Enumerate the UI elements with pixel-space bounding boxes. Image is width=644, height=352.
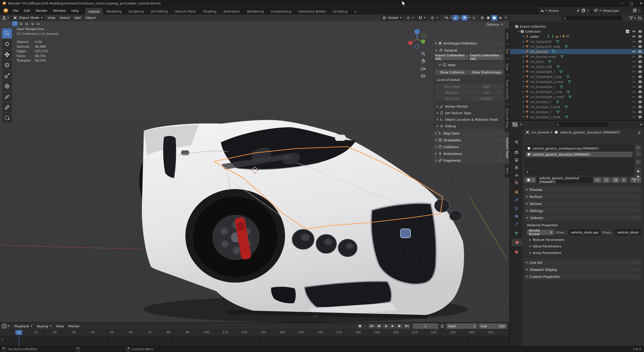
grip-icon[interactable] <box>635 216 639 220</box>
remove-slot-button[interactable]: − <box>635 151 641 157</box>
outliner-row-scene-collection[interactable]: Scene Collection <box>510 24 644 29</box>
material-slot[interactable]: vehicle_generic_doorshut [PRIMARY] <box>526 152 633 157</box>
timeline-menu-view[interactable]: View <box>54 323 66 329</box>
timeline-expand-icon[interactable] <box>2 338 3 340</box>
subpanel-view[interactable]: View <box>437 62 505 68</box>
camera-icon[interactable] <box>638 35 642 38</box>
workspace-tab-uv-editing[interactable]: UV Editing <box>147 8 171 15</box>
editor-type-icon[interactable] <box>2 16 7 20</box>
options-button[interactable]: Options <box>485 22 505 27</box>
panel-animations[interactable]: Animations <box>433 151 505 157</box>
menu-help[interactable]: Help <box>69 7 82 15</box>
properties-tab-particles[interactable] <box>511 205 521 212</box>
grip-icon[interactable] <box>499 41 503 45</box>
panel-surface[interactable]: Surface <box>525 194 641 200</box>
move-slot-up-button[interactable]: ▲ <box>635 168 641 173</box>
visibility-caret[interactable] <box>450 17 452 18</box>
previous-keyframe-button[interactable] <box>375 324 382 329</box>
npanel-tab-view[interactable]: View <box>505 59 509 74</box>
viewlayer-selector[interactable]: ViewLayer ✕ <box>593 7 642 14</box>
timeline-ruler[interactable]: 1020304050607080901001101201301401501601… <box>0 329 509 336</box>
grip-icon[interactable] <box>635 209 639 213</box>
lod-high-button[interactable]: High <box>469 83 503 90</box>
tool-measure[interactable] <box>2 102 12 112</box>
menu-window[interactable]: Window <box>50 7 68 15</box>
show-shattermaps-button[interactable]: Show Shattermaps <box>469 69 504 75</box>
expand-caret[interactable] <box>523 40 524 42</box>
play-reverse-button[interactable] <box>382 324 389 329</box>
auto-keying-button[interactable] <box>357 324 363 329</box>
fake-user-button[interactable] <box>602 177 611 183</box>
gizmo-y-neg-axis[interactable] <box>422 34 426 37</box>
expand-caret[interactable] <box>523 35 524 37</box>
properties-tab-tool[interactable] <box>511 138 521 145</box>
properties-tab-object[interactable] <box>511 189 521 196</box>
expand-caret[interactable] <box>523 91 524 93</box>
camera-icon[interactable] <box>638 85 642 89</box>
outliner-row-cm_brakelight_r_med[interactable]: cm_brakelight_r_med <box>510 94 644 99</box>
workspace-tab-shading[interactable]: Shading <box>200 8 220 15</box>
expand-caret[interactable] <box>523 86 524 88</box>
panel-sollumz[interactable]: Sollumz <box>525 215 641 221</box>
subpanel-vertex-painter[interactable]: Vertex Painter <box>437 105 468 108</box>
tool-select-box[interactable] <box>2 28 12 38</box>
grip-icon[interactable] <box>635 195 639 199</box>
unlink-icon[interactable]: ✕ <box>587 9 589 13</box>
material-slot[interactable]: vehicle_generic_smallspecmap [PRIMARY] <box>526 146 633 151</box>
outliner-row-adder[interactable]: adder256 <box>510 34 644 39</box>
camera-icon[interactable] <box>638 95 642 99</box>
expand-caret[interactable] <box>523 101 524 103</box>
subpanel-value-parameters[interactable]: Value Parameters <box>530 244 561 248</box>
blender-menu-icon[interactable] <box>3 8 9 13</box>
browse-material-button[interactable] <box>525 177 536 183</box>
subpanel-array-parameters[interactable]: Array Parameters <box>530 251 561 255</box>
timeline-menu-keying[interactable]: Keying <box>35 323 54 329</box>
export-codewalker-xml-button[interactable]: Export Codewalker XML <box>470 54 503 60</box>
workspace-tab-scripting[interactable]: Scripting <box>330 8 351 15</box>
eye-closed-icon[interactable] <box>632 115 636 119</box>
tool-annotate[interactable] <box>2 92 12 102</box>
eye-open-icon[interactable] <box>632 50 636 54</box>
users-count-button[interactable]: 17 <box>593 177 601 183</box>
expand-caret[interactable] <box>523 96 524 98</box>
shading-wireframe-button[interactable] <box>479 15 485 21</box>
outliner-row-cm_bumper_r[interactable]: cm_bumper_r <box>510 109 644 114</box>
start-frame-field[interactable]: Start1 <box>446 323 477 329</box>
expand-caret[interactable] <box>523 111 524 113</box>
snap-control[interactable] <box>416 15 428 21</box>
properties-tab-output[interactable] <box>511 156 521 163</box>
gizmo-y-axis[interactable] <box>421 39 425 43</box>
select-mode-subtract[interactable] <box>24 21 29 26</box>
outliner-row-cm_brakelight_r_low[interactable]: cm_brakelight_r_low <box>510 89 644 94</box>
viewport-menu-object[interactable]: Object <box>83 15 98 21</box>
xray-toggle[interactable] <box>471 15 477 21</box>
panel-fragments[interactable]: Fragments <box>433 157 505 163</box>
select-mode-invert[interactable] <box>29 21 35 26</box>
camera-icon[interactable] <box>638 90 642 94</box>
filter-caret[interactable] <box>634 18 636 19</box>
playhead-line[interactable] <box>19 336 19 347</box>
camera-icon[interactable] <box>638 110 642 114</box>
lod-hidden-button[interactable]: Hidden <box>469 96 503 102</box>
workspace-tab-layout[interactable]: Layout <box>85 8 103 15</box>
use-preview-range-icon[interactable] <box>440 324 444 328</box>
panel-map-data[interactable]: Map Data <box>433 130 505 136</box>
slot-list-expand-icon[interactable] <box>527 171 528 173</box>
timeline-menu-playback[interactable]: Playback <box>12 323 35 329</box>
properties-tab-constraints[interactable] <box>511 221 521 228</box>
gizmos-toggle[interactable] <box>453 15 459 21</box>
menu-edit[interactable]: Edit <box>21 7 33 15</box>
grip-icon[interactable] <box>579 170 583 174</box>
eye-open-icon[interactable] <box>632 35 636 38</box>
keying-caret[interactable] <box>364 326 366 327</box>
grip-icon[interactable] <box>499 131 503 135</box>
gizmo-z-neg-axis[interactable] <box>415 45 419 49</box>
eye-closed-icon[interactable] <box>632 45 636 49</box>
slot-specials-button[interactable] <box>635 159 641 165</box>
expand-caret[interactable] <box>523 71 524 73</box>
expand-caret[interactable] <box>523 116 524 118</box>
zoom-icon[interactable] <box>421 51 426 56</box>
properties-search-input[interactable] <box>554 122 609 127</box>
outliner-row-cm_brakelight_l_low[interactable]: cm_brakelight_l_low <box>510 74 644 79</box>
close-button[interactable]: ✕ <box>639 1 642 5</box>
